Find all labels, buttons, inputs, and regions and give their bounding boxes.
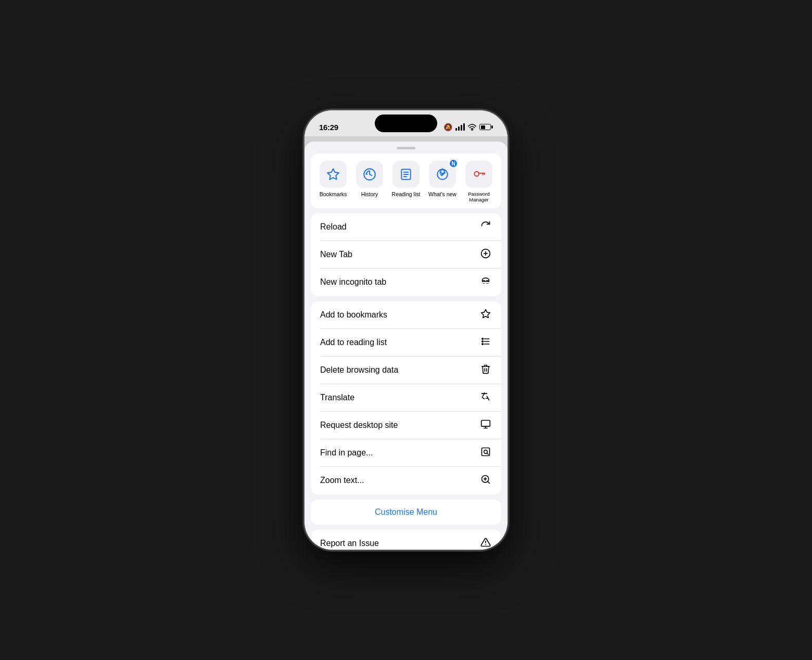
bookmarks-label: Bookmarks xyxy=(320,191,347,198)
whats-new-icon-circle: N xyxy=(429,161,456,188)
new-tab-label: New Tab xyxy=(320,250,352,259)
battery-icon xyxy=(479,124,493,130)
status-bar: 16:29 🔕 xyxy=(304,110,508,136)
zoom-text-label: Zoom text... xyxy=(320,476,364,485)
svg-point-8 xyxy=(474,172,479,176)
new-tab-icon xyxy=(479,248,492,261)
star-icon xyxy=(326,168,340,181)
find-in-page-button[interactable]: Find in page... xyxy=(311,439,501,467)
reading-list-label: Reading list xyxy=(392,191,421,198)
customise-menu-section: Customise Menu xyxy=(311,500,501,525)
bottom-sheet: Bookmarks History xyxy=(304,142,508,550)
section-basic-actions: Reload New Tab xyxy=(311,213,501,296)
bookmarks-icon-circle xyxy=(320,161,347,188)
status-time: 16:29 xyxy=(319,123,338,132)
report-issue-button[interactable]: Report an Issue xyxy=(311,530,501,550)
reading-list-icon xyxy=(399,168,413,181)
svg-point-0 xyxy=(472,130,472,130)
translate-button[interactable]: Translate xyxy=(311,384,501,412)
history-label: History xyxy=(361,191,378,198)
delete-browsing-data-label: Delete browsing data xyxy=(320,365,398,375)
badge-n: N xyxy=(449,159,458,168)
reload-icon xyxy=(479,221,492,234)
svg-point-24 xyxy=(482,338,484,340)
new-incognito-button[interactable]: New incognito tab xyxy=(311,269,501,296)
report-issue-section: Report an Issue xyxy=(311,530,501,550)
svg-point-25 xyxy=(482,341,484,342)
find-in-page-label: Find in page... xyxy=(320,448,373,458)
new-incognito-label: New incognito tab xyxy=(320,277,386,287)
section-more-actions: Add to bookmarks Add to reading list xyxy=(311,301,501,494)
svg-point-26 xyxy=(482,344,484,345)
password-manager-label: Password Manager xyxy=(463,191,494,203)
delete-browsing-data-button[interactable]: Delete browsing data xyxy=(311,357,501,384)
phone-device: 16:29 🔕 xyxy=(304,110,508,550)
quick-actions-row: Bookmarks History xyxy=(311,154,501,208)
request-desktop-label: Request desktop site xyxy=(320,421,398,430)
zoom-text-button[interactable]: Zoom text... xyxy=(311,467,501,494)
bookmarks-button[interactable]: Bookmarks xyxy=(315,161,351,203)
history-button[interactable]: History xyxy=(351,161,388,203)
trash-icon xyxy=(479,364,492,377)
svg-marker-20 xyxy=(481,309,490,318)
reload-label: Reload xyxy=(320,222,347,232)
request-desktop-button[interactable]: Request desktop site xyxy=(311,412,501,439)
svg-marker-1 xyxy=(327,169,339,180)
desktop-icon xyxy=(479,419,492,432)
password-manager-button[interactable]: Password Manager xyxy=(461,161,497,203)
add-bookmarks-icon xyxy=(479,309,492,322)
svg-line-32 xyxy=(487,453,489,454)
history-icon-circle xyxy=(356,161,383,188)
svg-line-34 xyxy=(488,481,490,484)
incognito-icon xyxy=(479,276,492,289)
signal-bars-icon xyxy=(455,123,465,131)
key-icon xyxy=(472,168,486,181)
phone-screen: 16:29 🔕 xyxy=(304,110,508,550)
status-icons: 🔕 xyxy=(443,123,493,131)
svg-rect-27 xyxy=(481,420,490,426)
find-in-page-icon xyxy=(479,447,492,460)
reading-list-icon-circle xyxy=(392,161,420,188)
whats-new-label: What's new xyxy=(428,191,456,198)
dynamic-island xyxy=(375,115,437,132)
add-reading-list-icon xyxy=(479,336,492,349)
password-manager-icon-circle xyxy=(465,161,492,188)
clock-icon xyxy=(363,168,376,181)
zoom-icon xyxy=(479,474,492,487)
warning-icon xyxy=(479,537,492,550)
add-reading-list-label: Add to reading list xyxy=(320,338,387,347)
reading-list-button[interactable]: Reading list xyxy=(388,161,424,203)
add-reading-list-button[interactable]: Add to reading list xyxy=(311,329,501,357)
new-tab-button[interactable]: New Tab xyxy=(311,241,501,269)
gear-check-icon xyxy=(436,168,449,181)
sheet-handle xyxy=(397,147,415,149)
add-bookmarks-button[interactable]: Add to bookmarks xyxy=(311,301,501,329)
wifi-icon xyxy=(468,123,476,131)
reload-button[interactable]: Reload xyxy=(311,213,501,241)
add-bookmarks-label: Add to bookmarks xyxy=(320,310,387,320)
mute-icon: 🔕 xyxy=(443,123,452,131)
translate-label: Translate xyxy=(320,393,354,402)
report-issue-label: Report an Issue xyxy=(320,539,379,548)
customise-menu-button[interactable]: Customise Menu xyxy=(311,500,501,525)
translate-icon xyxy=(479,391,492,404)
whats-new-button[interactable]: N What's new xyxy=(424,161,461,203)
